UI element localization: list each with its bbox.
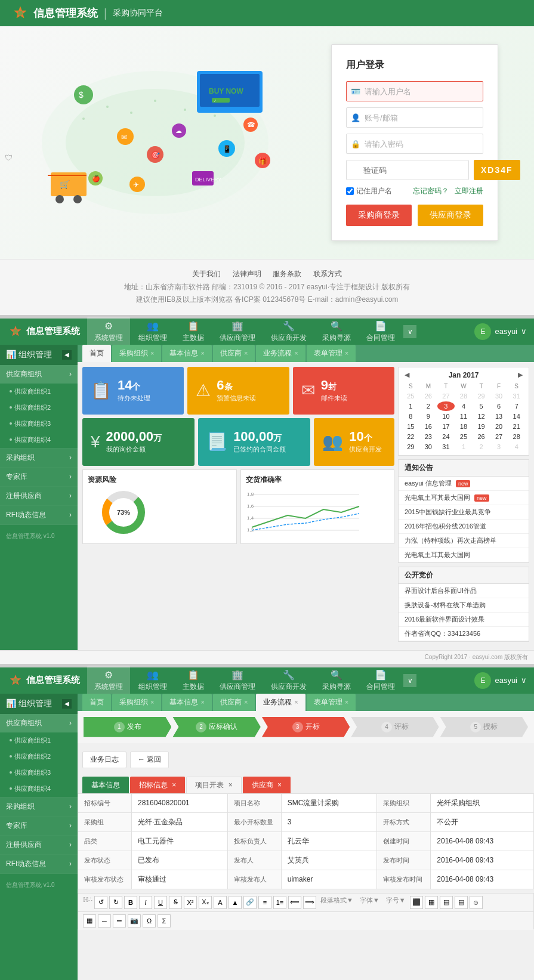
cal-day[interactable]: 2 bbox=[420, 401, 437, 411]
tab2-close-3[interactable]: × bbox=[244, 698, 248, 706]
buyer-login-button[interactable]: 采购商登录 bbox=[346, 205, 412, 226]
cal-day[interactable]: 22 bbox=[402, 432, 419, 441]
tb2-2[interactable]: ─ bbox=[98, 914, 111, 928]
tb-superscript[interactable]: X² bbox=[184, 896, 197, 909]
notice-item-2[interactable]: 光电氧土耳其最大国网 new bbox=[399, 491, 529, 505]
cal-day[interactable]: 23 bbox=[420, 432, 437, 441]
cal-day[interactable]: 15 bbox=[402, 422, 419, 431]
tb2-5[interactable]: Ω bbox=[143, 914, 156, 928]
tab2-close-5[interactable]: × bbox=[345, 698, 348, 706]
tb-undo[interactable]: ↺ bbox=[94, 896, 107, 909]
nav-supplier-dev-1[interactable]: 🔧 供应商开发 bbox=[264, 317, 314, 347]
pub-item-2[interactable]: 换肤设备-材料在线下单选购 bbox=[399, 598, 529, 613]
tb2-1[interactable]: ▦ bbox=[83, 914, 96, 928]
sidebar-item-supplier2[interactable]: 供应商组织2 bbox=[0, 400, 78, 416]
sidebar-item-supplier3[interactable]: 供应商组织3 bbox=[0, 416, 78, 432]
cal-day[interactable]: 1 bbox=[455, 442, 473, 452]
tab-close-4[interactable]: × bbox=[294, 350, 298, 357]
cal-day[interactable]: 31 bbox=[437, 442, 455, 452]
nav-supplier-mgmt-1[interactable]: 🏢 供应商管理 bbox=[212, 317, 263, 347]
tb-italic[interactable]: I bbox=[139, 896, 152, 909]
cal-day[interactable]: 21 bbox=[508, 422, 525, 431]
cal-day[interactable]: 2 bbox=[473, 442, 490, 452]
process-step-4[interactable]: 4 评标 bbox=[351, 717, 439, 737]
account-input[interactable] bbox=[346, 107, 483, 128]
nav-system-2[interactable]: ⚙ 系统管理 bbox=[87, 666, 130, 695]
process-step-3[interactable]: 3 开标 bbox=[262, 717, 350, 737]
captcha-input[interactable] bbox=[346, 160, 469, 180]
notice-item-5[interactable]: 力泓（特种项线）再次走高榜单 bbox=[399, 534, 529, 548]
sidebar-expert-header-1[interactable]: 专家库 › bbox=[0, 468, 78, 486]
cal-day[interactable]: 25 bbox=[455, 432, 473, 441]
cal-day[interactable]: 24 bbox=[437, 432, 455, 441]
username-input[interactable] bbox=[346, 81, 483, 101]
cal-day[interactable]: 29 bbox=[402, 442, 419, 452]
tab2-purchase-org[interactable]: 采购组织 × bbox=[112, 694, 161, 711]
nav-supplier-dev-2[interactable]: 🔧 供应商开发 bbox=[264, 666, 314, 695]
tb-strike[interactable]: S̶ bbox=[169, 896, 182, 909]
tab2-workflow[interactable]: 业务流程 × bbox=[256, 694, 305, 711]
cal-day[interactable]: 13 bbox=[490, 412, 508, 421]
cal-day[interactable]: 11 bbox=[455, 412, 473, 421]
nav-contract-2[interactable]: 📄 合同管理 bbox=[359, 666, 402, 695]
pub-item-4[interactable]: 作者省询QQ：334123456 bbox=[399, 627, 529, 641]
cal-day[interactable]: 5 bbox=[473, 401, 490, 411]
tab2-close-2[interactable]: × bbox=[200, 698, 204, 706]
nav-supplier-mgmt-2[interactable]: 🏢 供应商管理 bbox=[212, 666, 263, 695]
pub-item-1[interactable]: 界面设计后台界面UI作品 bbox=[399, 584, 529, 598]
sidebar-reg-header-2[interactable]: 注册供应商 › bbox=[0, 836, 78, 854]
cal-day[interactable]: 17 bbox=[437, 422, 455, 431]
tb-align-left[interactable]: ⬛ bbox=[410, 896, 423, 909]
cal-day[interactable]: 27 bbox=[490, 432, 508, 441]
tb2-6[interactable]: Σ bbox=[158, 914, 171, 928]
cal-day[interactable]: 3 bbox=[490, 442, 508, 452]
cal-day[interactable]: 6 bbox=[490, 401, 508, 411]
form-tab-project[interactable]: 项目开表 × bbox=[186, 777, 241, 793]
nav-master-2[interactable]: 📋 主数据 bbox=[175, 666, 211, 695]
cal-day[interactable]: 29 bbox=[473, 391, 490, 401]
tb-font[interactable]: ▲ bbox=[229, 896, 242, 909]
notice-item-4[interactable]: 2016年招包积分线2016管道 bbox=[399, 520, 529, 534]
tb-align-justify[interactable]: ▤ bbox=[455, 896, 468, 909]
tb-indent[interactable]: ⟹ bbox=[303, 896, 316, 909]
cal-day[interactable]: 19 bbox=[473, 422, 490, 431]
tb-ol[interactable]: 1≡ bbox=[273, 896, 286, 909]
cal-prev-btn[interactable]: ◀ bbox=[402, 371, 412, 379]
dash-user-2[interactable]: E easyui ∨ bbox=[474, 672, 527, 689]
remember-label[interactable]: 记住用户名 bbox=[346, 186, 392, 196]
dash-user-1[interactable]: E easyui ∨ bbox=[474, 323, 527, 340]
tab2-home[interactable]: 首页 bbox=[82, 694, 111, 711]
cal-day[interactable]: 7 bbox=[508, 401, 525, 411]
cal-day[interactable]: 18 bbox=[455, 422, 473, 431]
sidebar-purchase-org-header-1[interactable]: 采购组织 › bbox=[0, 449, 78, 467]
password-input[interactable] bbox=[346, 134, 483, 154]
activity-log-button[interactable]: 业务日志 bbox=[82, 752, 126, 768]
sidebar-item-s3[interactable]: 供应商组织3 bbox=[0, 765, 78, 781]
cal-day[interactable]: 28 bbox=[455, 391, 473, 401]
nav-more-button-2[interactable]: ∨ bbox=[403, 674, 416, 687]
cal-day[interactable]: 4 bbox=[455, 401, 473, 411]
tab2-form[interactable]: 表单管理 × bbox=[307, 694, 356, 711]
cal-day[interactable]: 10 bbox=[437, 412, 455, 421]
sidebar-reg-header-1[interactable]: 注册供应商 › bbox=[0, 487, 78, 505]
pub-item-3[interactable]: 2016最新软件界面设计效果 bbox=[399, 613, 529, 627]
sidebar-item-s2[interactable]: 供应商组织2 bbox=[0, 749, 78, 765]
sidebar-expert-header-2[interactable]: 专家库 › bbox=[0, 817, 78, 835]
cal-day[interactable]: 14 bbox=[508, 412, 525, 421]
cal-day[interactable]: 1 bbox=[402, 401, 419, 411]
sidebar-rfi-header-2[interactable]: RFI动态信息 › bbox=[0, 855, 78, 873]
sidebar-collapse-btn-2[interactable]: ◀ bbox=[62, 699, 72, 709]
contact-link[interactable]: 联系方式 bbox=[313, 270, 342, 278]
tab2-close-1[interactable]: × bbox=[150, 698, 154, 706]
form-tab-tender[interactable]: 招标信息 × bbox=[130, 777, 185, 793]
tab2-close-4[interactable]: × bbox=[294, 698, 298, 706]
service-link[interactable]: 服务条款 bbox=[273, 270, 301, 278]
cal-day[interactable]: 4 bbox=[508, 442, 525, 452]
forget-password-link[interactable]: 忘记密码？ bbox=[413, 187, 449, 195]
sidebar-item-supplier4[interactable]: 供应商组织4 bbox=[0, 432, 78, 448]
tab-basic-info-1[interactable]: 基本信息 × bbox=[162, 345, 211, 362]
sidebar-item-s1[interactable]: 供应商组织1 bbox=[0, 732, 78, 749]
tb-list[interactable]: ≡ bbox=[258, 896, 271, 909]
tb-link[interactable]: 🔗 bbox=[243, 896, 257, 909]
back-button[interactable]: ← 返回 bbox=[130, 752, 169, 768]
